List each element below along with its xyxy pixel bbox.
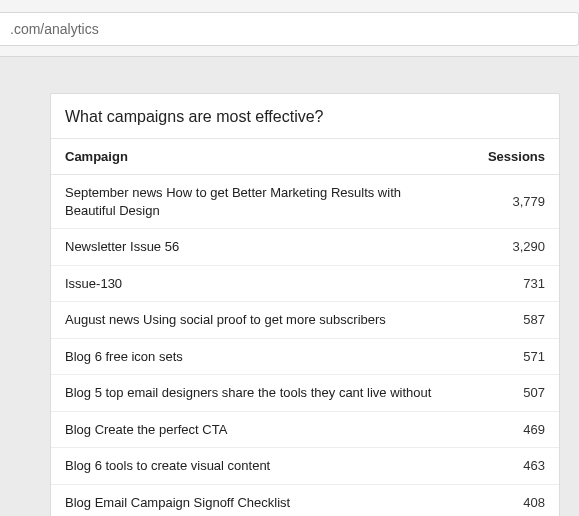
campaign-sessions: 3,290 <box>468 229 559 266</box>
campaign-sessions: 571 <box>468 338 559 375</box>
table-row[interactable]: Blog 5 top email designers share the too… <box>51 375 559 412</box>
campaign-name: August news Using social proof to get mo… <box>51 302 468 339</box>
col-campaign[interactable]: Campaign <box>51 139 468 175</box>
table-row[interactable]: Blog 6 tools to create visual content 46… <box>51 448 559 485</box>
campaign-name: Blog 5 top email designers share the too… <box>51 375 468 412</box>
campaign-sessions: 469 <box>468 411 559 448</box>
page-background: What campaigns are most effective? Campa… <box>0 56 579 516</box>
table-row[interactable]: Blog Email Campaign Signoff Checklist 40… <box>51 484 559 516</box>
campaign-name: September news How to get Better Marketi… <box>51 175 468 229</box>
campaign-sessions: 587 <box>468 302 559 339</box>
campaign-sessions: 408 <box>468 484 559 516</box>
table-row[interactable]: Blog Create the perfect CTA 469 <box>51 411 559 448</box>
url-text: .com/analytics <box>10 21 99 37</box>
campaign-name: Blog Create the perfect CTA <box>51 411 468 448</box>
campaign-name: Blog 6 tools to create visual content <box>51 448 468 485</box>
url-bar[interactable]: .com/analytics <box>0 12 579 46</box>
card-title: What campaigns are most effective? <box>51 94 559 138</box>
col-sessions[interactable]: Sessions <box>468 139 559 175</box>
campaigns-card: What campaigns are most effective? Campa… <box>50 93 560 516</box>
table-row[interactable]: August news Using social proof to get mo… <box>51 302 559 339</box>
campaign-name: Blog 6 free icon sets <box>51 338 468 375</box>
campaign-sessions: 463 <box>468 448 559 485</box>
table-row[interactable]: Blog 6 free icon sets 571 <box>51 338 559 375</box>
campaign-sessions: 3,779 <box>468 175 559 229</box>
campaigns-table: Campaign Sessions September news How to … <box>51 138 559 516</box>
campaign-sessions: 731 <box>468 265 559 302</box>
campaign-name: Issue-130 <box>51 265 468 302</box>
campaign-name: Blog Email Campaign Signoff Checklist <box>51 484 468 516</box>
table-row[interactable]: Issue-130 731 <box>51 265 559 302</box>
campaign-name: Newsletter Issue 56 <box>51 229 468 266</box>
table-header-row: Campaign Sessions <box>51 139 559 175</box>
table-row[interactable]: Newsletter Issue 56 3,290 <box>51 229 559 266</box>
table-row[interactable]: September news How to get Better Marketi… <box>51 175 559 229</box>
campaign-sessions: 507 <box>468 375 559 412</box>
